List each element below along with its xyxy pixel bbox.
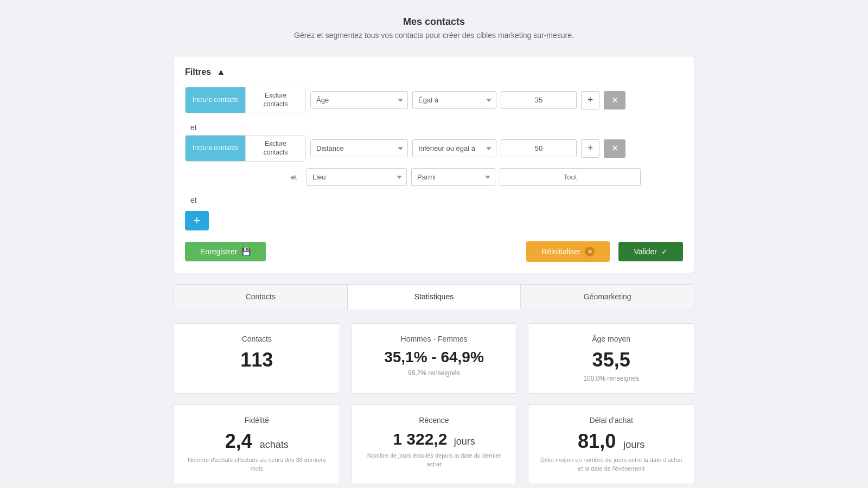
stat-card-gender: Hommes - Femmes 35,1% - 64,9% 98,2% rens…: [351, 323, 518, 394]
remove-filter-btn-1[interactable]: ✕: [604, 91, 626, 110]
stat-label-contacts: Contacts: [185, 335, 329, 343]
stat-label-recence: Récence: [362, 416, 506, 425]
field-select-1[interactable]: Âge: [310, 91, 408, 109]
operator-select-1[interactable]: Égal à: [412, 91, 496, 109]
filters-section: Filtres ▲ Inclure contacts Exclure conta…: [174, 56, 694, 273]
include-exclude-group-1: Inclure contacts Exclure contacts: [185, 87, 306, 113]
stat-card-delai: Délai d'achat 81,0 jours Délai moyen en …: [528, 404, 694, 484]
stat-value-contacts: 113: [185, 349, 329, 371]
value-input-2[interactable]: [501, 139, 577, 157]
tabs-container: Contacts Statistiques Géomarketing: [174, 284, 694, 310]
remove-filter-btn-2[interactable]: ✕: [604, 139, 626, 158]
stat-value-delai: 81,0 jours: [539, 430, 683, 453]
page-subtitle: Gérez et segmentez tous vos contacts pou…: [174, 31, 694, 40]
stat-card-age: Âge moyen 35,5 100,0% renseignés: [528, 323, 694, 394]
stat-label-age: Âge moyen: [539, 335, 683, 343]
tab-statistiques[interactable]: Statistiques: [348, 285, 521, 310]
validate-icon: ✓: [661, 247, 668, 256]
filter-row-1: Inclure contacts Exclure contacts Âge Ég…: [185, 87, 683, 113]
stat-desc-recence: Nombre de jours écoulés depuis la date d…: [362, 452, 506, 468]
filters-header: Filtres ▲: [185, 67, 683, 77]
filter-row-2: Inclure contacts Exclure contacts Distan…: [185, 135, 683, 162]
and-label-sub: et: [286, 173, 302, 181]
and-label-2: et: [190, 192, 683, 208]
include-exclude-group-2: Inclure contacts Exclure contacts: [185, 135, 306, 162]
stats-grid: Contacts 113 Hommes - Femmes 35,1% - 64,…: [174, 323, 694, 484]
field-select-lieu[interactable]: Lieu: [307, 168, 407, 186]
stat-card-recence: Récence 1 322,2 jours Nombre de jours éc…: [351, 404, 518, 484]
reset-label: Réinitialiser: [541, 247, 580, 256]
stat-desc-delai: Délai moyen en nombre de jours entre la …: [539, 456, 683, 473]
stat-desc-fidelite: Nombre d'achats effectués au cours des 3…: [185, 456, 329, 473]
stat-card-contacts: Contacts 113: [174, 323, 340, 394]
value-input-1[interactable]: [501, 91, 577, 109]
operator-select-lieu[interactable]: Parmi: [411, 168, 495, 186]
stat-value-gender: 35,1% - 64,9%: [362, 349, 506, 366]
include-contacts-btn-2[interactable]: Inclure contacts: [186, 136, 245, 161]
stat-unit-recence: jours: [454, 436, 475, 447]
add-filter-button[interactable]: +: [185, 211, 209, 230]
value-input-lieu[interactable]: [500, 168, 641, 186]
tab-contacts[interactable]: Contacts: [174, 285, 348, 310]
actions-row: Enregistrer 💾 Réinitialiser ✕ Valider ✓: [185, 241, 683, 262]
save-icon: 💾: [241, 247, 251, 256]
add-value-btn-1[interactable]: +: [581, 91, 599, 110]
stat-value-recence: 1 322,2 jours: [362, 430, 506, 448]
stat-label-fidelite: Fidélité: [185, 416, 329, 425]
reset-button[interactable]: Réinitialiser ✕: [526, 241, 610, 262]
stat-value-age: 35,5: [539, 349, 683, 371]
include-contacts-btn-1[interactable]: Inclure contacts: [186, 87, 245, 113]
stat-sub-gender: 98,2% renseignés: [362, 369, 506, 377]
tab-geomarketing[interactable]: Géomarketing: [521, 285, 694, 310]
add-value-btn-2[interactable]: +: [581, 139, 599, 158]
page-title: Mes contacts: [174, 16, 694, 28]
and-label-1: et: [190, 120, 683, 135]
stat-value-fidelite: 2,4 achats: [185, 430, 329, 453]
stat-label-gender: Hommes - Femmes: [362, 335, 506, 343]
stat-unit-fidelite: achats: [260, 439, 289, 450]
stat-unit-delai: jours: [623, 439, 644, 450]
reset-icon: ✕: [585, 247, 595, 256]
operator-select-2[interactable]: Inférieur ou égal à: [412, 139, 496, 157]
stat-label-delai: Délai d'achat: [539, 416, 683, 425]
filter-row-2-sub: et Lieu Parmi: [286, 168, 683, 186]
save-button[interactable]: Enregistrer 💾: [185, 242, 266, 261]
stat-sub-age: 100,0% renseignés: [539, 375, 683, 382]
validate-button[interactable]: Valider ✓: [618, 242, 683, 261]
save-label: Enregistrer: [200, 247, 237, 256]
page-header: Mes contacts Gérez et segmentez tous vos…: [174, 16, 694, 40]
exclude-contacts-btn-1[interactable]: Exclure contacts: [245, 87, 305, 113]
stat-card-fidelite: Fidélité 2,4 achats Nombre d'achats effe…: [174, 404, 340, 484]
validate-label: Valider: [634, 247, 657, 256]
exclude-contacts-btn-2[interactable]: Exclure contacts: [245, 136, 305, 161]
field-select-2[interactable]: Distance: [310, 139, 408, 157]
